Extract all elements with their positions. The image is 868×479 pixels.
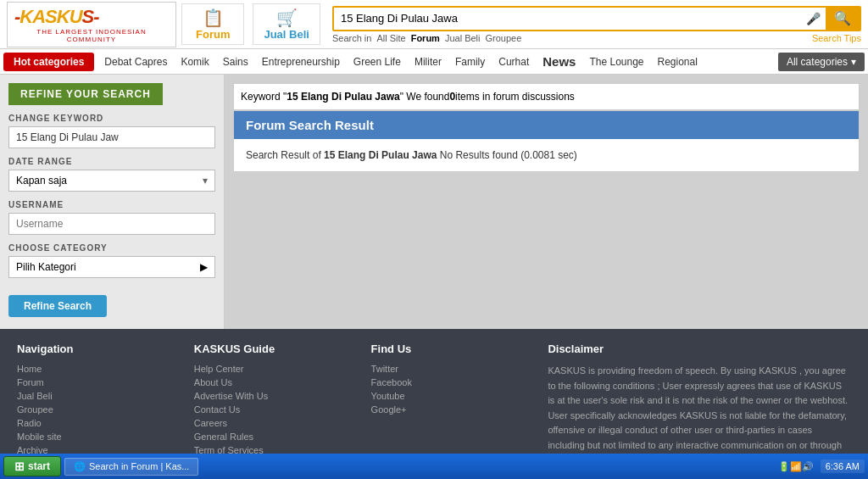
nav-militer[interactable]: Militer — [408, 53, 448, 71]
category-placeholder: Pilih Kategori — [16, 261, 76, 273]
forum-option[interactable]: Forum — [411, 33, 440, 43]
footer-find-us: Find Us Twitter Facebook Youtube Google+ — [371, 343, 523, 468]
date-range-select[interactable]: Kapan saja ▾ — [8, 170, 215, 192]
keyword-notice: Keyword "15 Elang Di Pulau Jawa" We foun… — [233, 83, 860, 110]
nav-debat-capres[interactable]: Debat Capres — [97, 53, 174, 71]
header: -KASKUS- THE LARGEST INDONESIAN COMMUNIT… — [0, 0, 868, 49]
taskbar-browser-item[interactable]: 🌐 Search in Forum | Kas... — [64, 458, 198, 476]
footer-disclaimer-text: KASKUS is providing freedom of speech. B… — [548, 364, 851, 468]
forum-tab[interactable]: 📋 Forum — [181, 3, 244, 45]
groupee-option[interactable]: Groupee — [485, 33, 521, 43]
keyword-notice-suffix: " We found — [400, 91, 450, 103]
hot-categories-button[interactable]: Hot categories — [3, 53, 94, 71]
logo-area: -KASKUS- THE LARGEST INDONESIAN COMMUNIT… — [7, 2, 176, 47]
jualbeli-label: Jual Beli — [264, 28, 309, 41]
nav-bar: Hot categories Debat Capres Komik Sains … — [0, 49, 868, 75]
category-select[interactable]: Pilih Kategori ▶ — [8, 256, 215, 278]
footer-findus-twitter[interactable]: Twitter — [371, 364, 523, 374]
logo-subtitle: THE LARGEST INDONESIAN COMMUNITY — [14, 28, 169, 43]
logo-text: -KASKUS- — [14, 6, 99, 27]
date-range-section: DATE RANGE Kapan saja ▾ — [8, 157, 215, 192]
footer-nav-forum[interactable]: Forum — [17, 377, 169, 387]
mic-button[interactable]: 🎤 — [801, 8, 826, 29]
refine-your-search-button[interactable]: REFINE YOUR SEARCH — [8, 83, 163, 105]
jualbeli-option[interactable]: Jual Beli — [445, 33, 481, 43]
footer-guide-title: KASKUS Guide — [194, 343, 346, 355]
footer-findus-title: Find Us — [371, 343, 523, 355]
nav-news[interactable]: News — [536, 51, 582, 72]
result-header: Forum Search Result — [234, 111, 859, 139]
keyword-input[interactable] — [8, 126, 215, 148]
all-categories-button[interactable]: All categories ▾ — [778, 53, 865, 71]
jualbeli-tab[interactable]: 🛒 Jual Beli — [253, 3, 320, 45]
nav-curhat[interactable]: Curhat — [492, 53, 536, 71]
footer-nav-radio[interactable]: Radio — [17, 418, 169, 428]
forum-label: Forum — [196, 28, 230, 41]
logo-box: -KASKUS- THE LARGEST INDONESIAN COMMUNIT… — [7, 2, 176, 47]
search-in-label: Search in — [332, 33, 371, 43]
chevron-down-icon: ▾ — [851, 56, 856, 68]
footer-nav-groupee[interactable]: Groupee — [17, 404, 169, 415]
taskbar-time: 6:36 AM — [821, 460, 865, 473]
nav-sains[interactable]: Sains — [216, 53, 255, 71]
search-bar: 🎤 🔍 — [332, 6, 861, 31]
username-section: USERNAME — [8, 200, 215, 235]
main-content: REFINE YOUR SEARCH CHANGE KEYWORD DATE R… — [0, 75, 868, 329]
start-label: start — [28, 460, 50, 472]
footer-guide-advertise[interactable]: Advertise With Us — [194, 391, 346, 401]
search-options: Search in All Site Forum Jual Beli Group… — [332, 33, 861, 43]
result-body-prefix: Search Result of — [246, 149, 324, 161]
footer-nav-home[interactable]: Home — [17, 364, 169, 374]
footer-nav-mobile[interactable]: Mobile site — [17, 432, 169, 442]
change-keyword-label: CHANGE KEYWORD — [8, 114, 215, 123]
search-tips[interactable]: Search Tips — [812, 33, 861, 43]
all-site-option[interactable]: All Site — [376, 33, 405, 43]
footer-nav-title: Navigation — [17, 343, 169, 355]
change-keyword-section: CHANGE KEYWORD — [8, 114, 215, 148]
footer-disclaimer-title: Disclaimer — [548, 343, 851, 355]
nav-entrepreneurship[interactable]: Entrepreneurship — [255, 53, 347, 71]
keyword-notice-prefix: Keyword " — [241, 91, 287, 103]
refine-search-button[interactable]: Refine Search — [8, 295, 107, 317]
footer-guide-help[interactable]: Help Center — [194, 364, 346, 374]
footer-guide-rules[interactable]: General Rules — [194, 432, 346, 442]
footer-findus-google[interactable]: Google+ — [371, 404, 523, 415]
nav-komik[interactable]: Komik — [174, 53, 215, 71]
taskbar-right: 🔋📶🔊 6:36 AM — [778, 460, 865, 473]
date-range-value: Kapan saja — [16, 175, 67, 187]
footer-navigation: Navigation Home Forum Jual Beli Groupee … — [17, 343, 169, 468]
taskbar: ⊞ start 🌐 Search in Forum | Kas... 🔋📶🔊 6… — [0, 454, 868, 479]
forum-icon: 📋 — [196, 8, 230, 28]
footer-guide-contact[interactable]: Contact Us — [194, 404, 346, 415]
result-body-suffix: No Results found (0.0081 sec) — [437, 149, 576, 161]
footer-disclaimer: Disclaimer KASKUS is providing freedom o… — [548, 343, 851, 468]
footer-findus-youtube[interactable]: Youtube — [371, 391, 523, 401]
start-button[interactable]: ⊞ start — [3, 456, 61, 476]
result-search-term: 15 Elang Di Pulau Jawa — [324, 149, 437, 161]
footer-findus-facebook[interactable]: Facebook — [371, 377, 523, 387]
windows-icon: ⊞ — [14, 460, 25, 473]
nav-green-life[interactable]: Green Life — [347, 53, 408, 71]
footer-guide-careers[interactable]: Careers — [194, 418, 346, 428]
taskbar-item-label: Search in Forum | Kas... — [89, 461, 189, 471]
nav-family[interactable]: Family — [448, 53, 492, 71]
search-input[interactable] — [334, 8, 801, 28]
results-area: Keyword "15 Elang Di Pulau Jawa" We foun… — [225, 75, 868, 329]
keyword-notice-count: 0 — [449, 91, 455, 103]
date-range-arrow: ▾ — [203, 175, 208, 187]
nav-regional[interactable]: Regional — [651, 53, 704, 71]
username-input[interactable] — [8, 213, 215, 235]
nav-the-lounge[interactable]: The Lounge — [582, 53, 650, 71]
footer-guide-about[interactable]: About Us — [194, 377, 346, 387]
search-area: 🎤 🔍 Search in All Site Forum Jual Beli G… — [332, 6, 861, 43]
search-button[interactable]: 🔍 — [826, 7, 860, 30]
all-categories-label: All categories — [787, 56, 848, 68]
taskbar-icons: 🔋📶🔊 — [778, 461, 814, 472]
footer-nav-jualbeli[interactable]: Jual Beli — [17, 391, 169, 401]
sidebar: REFINE YOUR SEARCH CHANGE KEYWORD DATE R… — [0, 75, 225, 329]
keyword-notice-postfix: items in forum discussions — [455, 91, 575, 103]
category-arrow: ▶ — [200, 261, 208, 273]
cart-icon: 🛒 — [264, 8, 309, 28]
browser-icon: 🌐 — [74, 461, 86, 472]
result-body: Search Result of 15 Elang Di Pulau Jawa … — [234, 139, 859, 171]
